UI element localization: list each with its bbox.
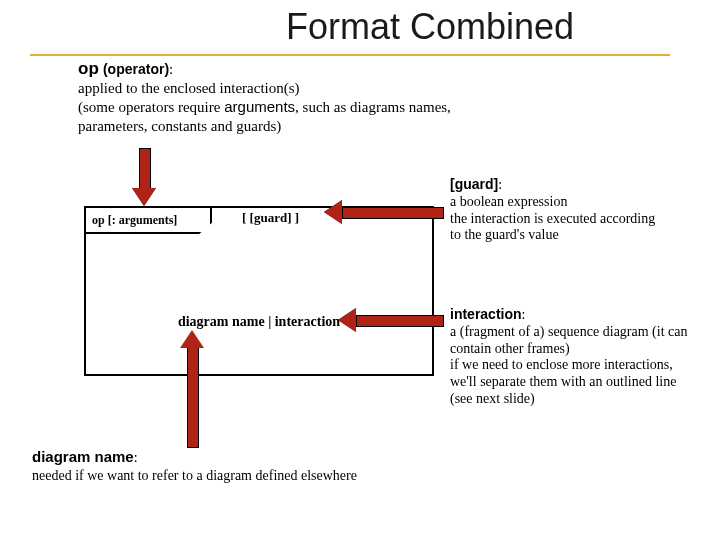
interaction-note-l4: we'll separate them with an outlined lin… <box>450 374 676 389</box>
diagram-name-note: diagram name: needed if we want to refer… <box>32 448 432 484</box>
interaction-note-l5: (see next slide) <box>450 391 535 406</box>
interaction-note-l3: if we need to enclose more interactions, <box>450 357 673 372</box>
interaction-note-l1: a (fragment of a) sequence diagram (it c… <box>450 324 688 339</box>
op-line3: parameters, constants and guards) <box>78 118 281 134</box>
op-description: op (operator): applied to the enclosed i… <box>78 58 548 136</box>
guard-note-l2: the interaction is executed according <box>450 211 655 226</box>
page-title: Format Combined <box>0 6 720 48</box>
interaction-note-l2: contain other frames) <box>450 341 570 356</box>
op-sublabel: (operator) <box>103 61 169 77</box>
op-line1: applied to the enclosed interaction(s) <box>78 80 300 96</box>
combined-fragment-frame: op [: arguments] [ [guard] ] diagram nam… <box>84 206 434 376</box>
pentagon-text: op [: arguments] <box>92 213 177 228</box>
guard-note-hdr: [guard] <box>450 176 498 192</box>
guard-note: [guard]: a boolean expression the intera… <box>450 176 710 244</box>
op-label: op <box>78 59 99 78</box>
diagram-name-note-hdr: diagram name <box>32 448 134 465</box>
diagram-name-note-l1: needed if we want to refer to a diagram … <box>32 468 357 483</box>
guard-note-l1: a boolean expression <box>450 194 567 209</box>
op-line2c: , such as diagrams names, <box>295 99 451 115</box>
fragment-title-tab: op [: arguments] <box>84 206 212 234</box>
title-underline <box>30 54 670 56</box>
guard-placeholder: [ [guard] ] <box>242 210 299 226</box>
op-line2a: (some operators require <box>78 99 224 115</box>
op-line2b: arguments <box>224 98 295 115</box>
interaction-note: interaction: a (fragment of a) sequence … <box>450 306 720 408</box>
slide: Format Combined op (operator): applied t… <box>0 0 720 540</box>
guard-note-l3: to the guard's value <box>450 227 559 242</box>
interaction-note-hdr: interaction <box>450 306 522 322</box>
